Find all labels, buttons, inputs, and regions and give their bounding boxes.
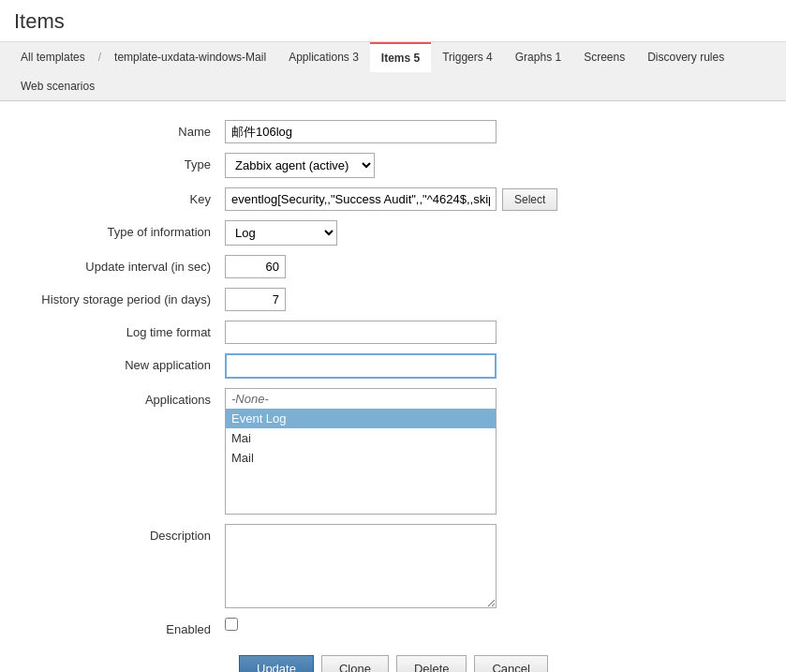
tab-triggers[interactable]: Triggers 4 bbox=[431, 43, 504, 71]
description-textarea[interactable] bbox=[225, 524, 497, 608]
enabled-label: Enabled bbox=[37, 618, 225, 636]
breadcrumb-template-name[interactable]: template-uxdata-windows-Mail bbox=[103, 43, 277, 71]
delete-button[interactable]: Delete bbox=[396, 655, 467, 672]
breadcrumb-separator: / bbox=[96, 51, 103, 64]
description-row: Description bbox=[37, 524, 749, 608]
tab-web[interactable]: Web scenarios bbox=[9, 72, 106, 100]
list-item-mail[interactable]: Mail bbox=[226, 448, 496, 468]
new-app-control bbox=[225, 353, 749, 379]
applications-row: Applications -None- Event Log Mai Mail bbox=[37, 388, 749, 515]
type-info-row: Type of information Log bbox=[37, 220, 749, 246]
update-interval-control bbox=[225, 255, 749, 278]
name-label: Name bbox=[37, 120, 225, 139]
applications-control: -None- Event Log Mai Mail bbox=[225, 388, 749, 515]
log-time-input[interactable] bbox=[225, 321, 497, 344]
type-control: Zabbix agent (active) bbox=[225, 153, 749, 178]
new-app-label: New application bbox=[37, 353, 225, 372]
type-select[interactable]: Zabbix agent (active) bbox=[225, 153, 375, 178]
applications-listbox[interactable]: -None- Event Log Mai Mail bbox=[225, 388, 497, 515]
breadcrumb-all-templates[interactable]: All templates bbox=[9, 43, 96, 71]
list-item-mai[interactable]: Mai bbox=[226, 428, 496, 448]
applications-label: Applications bbox=[37, 388, 225, 407]
description-control bbox=[225, 524, 749, 608]
tab-items[interactable]: Items 5 bbox=[370, 42, 431, 72]
update-interval-row: Update interval (in sec) bbox=[37, 255, 749, 278]
clone-button[interactable]: Clone bbox=[321, 655, 389, 672]
history-control bbox=[225, 288, 749, 311]
list-item-none[interactable]: -None- bbox=[226, 389, 496, 409]
log-time-control bbox=[225, 321, 749, 344]
key-select-button[interactable]: Select bbox=[502, 188, 557, 211]
history-input[interactable] bbox=[225, 288, 286, 311]
new-app-row: New application bbox=[37, 353, 749, 379]
key-label: Key bbox=[37, 187, 225, 206]
log-time-label: Log time format bbox=[37, 321, 225, 339]
name-control bbox=[225, 120, 749, 143]
key-row: Key Select bbox=[37, 187, 749, 211]
type-info-control: Log bbox=[225, 220, 749, 246]
tab-applications[interactable]: Applications 3 bbox=[277, 43, 370, 71]
key-control: Select bbox=[225, 187, 749, 211]
action-buttons: Update Clone Delete Cancel bbox=[37, 655, 749, 672]
tab-discovery[interactable]: Discovery rules bbox=[636, 43, 735, 71]
name-input[interactable] bbox=[225, 120, 497, 143]
form-container: Name Type Zabbix agent (active) Key Sele… bbox=[0, 101, 786, 672]
history-row: History storage period (in days) bbox=[37, 288, 749, 311]
page-title: Items bbox=[0, 0, 786, 42]
list-item-event-log[interactable]: Event Log bbox=[226, 409, 496, 428]
type-label: Type bbox=[37, 153, 225, 172]
key-input[interactable] bbox=[225, 187, 497, 211]
cancel-button[interactable]: Cancel bbox=[474, 655, 547, 672]
tab-screens[interactable]: Screens bbox=[572, 43, 636, 71]
type-info-select[interactable]: Log bbox=[225, 220, 337, 246]
enabled-checkbox[interactable] bbox=[225, 618, 238, 631]
update-button[interactable]: Update bbox=[239, 655, 314, 672]
nav-tabs: All templates / template-uxdata-windows-… bbox=[0, 42, 786, 101]
enabled-row: Enabled bbox=[37, 618, 749, 636]
type-info-label: Type of information bbox=[37, 220, 225, 239]
log-time-row: Log time format bbox=[37, 321, 749, 344]
enabled-control bbox=[225, 618, 749, 631]
update-interval-input[interactable] bbox=[225, 255, 286, 278]
description-label: Description bbox=[37, 524, 225, 543]
tab-graphs[interactable]: Graphs 1 bbox=[504, 43, 572, 71]
update-interval-label: Update interval (in sec) bbox=[37, 255, 225, 274]
type-row: Type Zabbix agent (active) bbox=[37, 153, 749, 178]
new-app-input[interactable] bbox=[225, 353, 497, 379]
history-label: History storage period (in days) bbox=[37, 288, 225, 306]
name-row: Name bbox=[37, 120, 749, 143]
